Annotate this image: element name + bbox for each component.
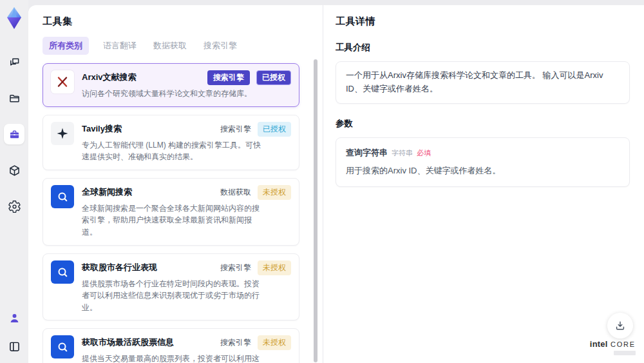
left-rail (0, 0, 28, 363)
tool-card[interactable]: Tavily搜索 搜索引擎 已授权 专为人工智能代理 (LLM) 构建的搜索引擎… (43, 115, 299, 170)
tool-description: 专为人工智能代理 (LLM) 构建的搜索引擎工具。可快速提供实时、准确和真实的结… (82, 139, 291, 163)
arxiv-tool-icon (51, 70, 74, 93)
tab-data-fetch[interactable]: 数据获取 (151, 37, 189, 55)
page-title: 工具集 (43, 15, 308, 28)
intel-core-logo: intel CORE (590, 338, 636, 355)
panel-toggle-icon[interactable] (4, 336, 24, 357)
tool-badges: 搜索引擎 已授权 (220, 122, 291, 137)
tools-list-panel: 工具集 所有类别 语言翻译 数据获取 搜索引擎 Arxiv文献搜索 搜索引擎 已… (28, 5, 323, 363)
details-title: 工具详情 (336, 15, 630, 28)
tool-title: Arxiv文献搜索 (82, 70, 202, 83)
tool-title: 全球新闻搜索 (82, 185, 215, 198)
rail-nav (4, 52, 24, 217)
tool-card-header: 全球新闻搜索 数据获取 未授权 (82, 185, 291, 200)
tool-title: Tavily搜索 (82, 122, 215, 135)
cube-icon[interactable] (4, 160, 24, 181)
news-tool-icon (51, 335, 74, 358)
tool-card-body: Arxiv文献搜索 搜索引擎 已授权 访问各个研究领域大量科学论文和文章的存储库… (82, 70, 291, 100)
core-logo-text: CORE (611, 340, 636, 348)
auth-status-badge: 未授权 (258, 260, 291, 275)
tool-card-body: Tavily搜索 搜索引擎 已授权 专为人工智能代理 (LLM) 构建的搜索引擎… (82, 122, 291, 163)
news-tool-icon (51, 185, 74, 208)
tavily-tool-icon (51, 122, 74, 145)
category-badge: 搜索引擎 (207, 70, 250, 85)
list-scrollbar[interactable] (314, 59, 317, 362)
parameter-header: 查询字符串 字符串 必填 (346, 146, 620, 160)
settings-gear-icon[interactable] (4, 196, 24, 217)
tool-details-panel: 工具详情 工具介绍 一个用于从Arxiv存储库搜索科学论文和文章的工具。 输入可… (323, 5, 644, 363)
auth-status-badge: 未授权 (258, 335, 291, 350)
chat-icon[interactable] (4, 52, 24, 72)
toolbox-icon[interactable] (4, 124, 24, 144)
tools-list: Arxiv文献搜索 搜索引擎 已授权 访问各个研究领域大量科学论文和文章的存储库… (43, 63, 308, 363)
parameter-description: 用于搜索的Arxiv ID、关键字或作者姓名。 (346, 164, 620, 178)
category-badge: 搜索引擎 (220, 335, 251, 350)
user-icon[interactable] (4, 308, 24, 328)
tool-badges: 搜索引擎 未授权 (220, 335, 291, 350)
tool-card-header: 获取市场最活跃股票信息 搜索引擎 未授权 (82, 335, 291, 350)
auth-status-badge: 已授权 (258, 122, 291, 137)
intro-box: 一个用于从Arxiv存储库搜索科学论文和文章的工具。 输入可以是Arxiv ID… (336, 61, 630, 104)
tool-card-header: Arxiv文献搜索 搜索引擎 已授权 (82, 70, 291, 85)
tool-description: 访问各个研究领域大量科学论文和文章的存储库。 (82, 88, 291, 100)
tab-search-engine[interactable]: 搜索引擎 (201, 37, 240, 55)
tool-badges: 搜索引擎 已授权 (207, 70, 291, 85)
category-tabs: 所有类别 语言翻译 数据获取 搜索引擎 (43, 37, 308, 55)
intro-text: 一个用于从Arxiv存储库搜索科学论文和文章的工具。 输入可以是Arxiv ID… (346, 70, 603, 93)
parameter-required-badge: 必填 (417, 148, 431, 159)
tool-card-header: 获取股市各行业表现 搜索引擎 未授权 (82, 260, 291, 275)
category-badge: 搜索引擎 (220, 260, 251, 275)
tool-badges: 数据获取 未授权 (220, 185, 291, 200)
tool-card-body: 获取市场最活跃股票信息 搜索引擎 未授权 提供当天交易量最高的股票列表，投资者可… (82, 335, 291, 363)
main-surface: 工具集 所有类别 语言翻译 数据获取 搜索引擎 Arxiv文献搜索 搜索引擎 已… (28, 5, 644, 363)
rail-bottom (0, 308, 28, 357)
tool-badges: 搜索引擎 未授权 (220, 260, 291, 275)
tool-card[interactable]: 获取市场最活跃股票信息 搜索引擎 未授权 提供当天交易量最高的股票列表，投资者可… (43, 328, 299, 363)
core-logo-subbadge (614, 351, 636, 355)
params-section-header: 参数 (336, 118, 630, 130)
tool-card[interactable]: Arxiv文献搜索 搜索引擎 已授权 访问各个研究领域大量科学论文和文章的存储库… (43, 63, 299, 107)
parameter-box: 查询字符串 字符串 必填 用于搜索的Arxiv ID、关键字或作者姓名。 (336, 137, 630, 188)
tab-language-translation[interactable]: 语言翻译 (100, 37, 139, 55)
tool-card[interactable]: 获取股市各行业表现 搜索引擎 未授权 提供股票市场各个行业在特定时间段内的表现。… (43, 253, 299, 321)
tab-all-categories[interactable]: 所有类别 (43, 37, 89, 55)
category-badge: 数据获取 (220, 185, 251, 200)
app-logo-icon (4, 6, 24, 30)
tool-title: 获取市场最活跃股票信息 (82, 335, 215, 348)
tool-description: 全球新闻搜索是一个聚合全球各大新闻网站内容的搜索引擎，帮助用户快速获取全球最新资… (82, 202, 291, 239)
parameter-name: 查询字符串 (346, 146, 388, 160)
auth-status-badge: 未授权 (258, 185, 291, 200)
parameter-type: 字符串 (392, 148, 413, 159)
tool-card-body: 获取股市各行业表现 搜索引擎 未授权 提供股票市场各个行业在特定时间段内的表现。… (82, 260, 291, 314)
tool-card[interactable]: 全球新闻搜索 数据获取 未授权 全球新闻搜索是一个聚合全球各大新闻网站内容的搜索… (43, 178, 299, 246)
tool-card-header: Tavily搜索 搜索引擎 已授权 (82, 122, 291, 137)
download-icon (614, 319, 627, 332)
folder-icon[interactable] (4, 88, 24, 108)
tool-description: 提供股票市场各个行业在特定时间段内的表现。投资者可以利用这些信息来识别表现优于或… (82, 278, 291, 314)
tool-description: 提供当天交易量最高的股票列表，投资者可以利用这些信息来识别流动性强的股票和潜在的… (82, 353, 291, 363)
tool-card-body: 全球新闻搜索 数据获取 未授权 全球新闻搜索是一个聚合全球各大新闻网站内容的搜索… (82, 185, 291, 239)
auth-status-badge: 已授权 (256, 70, 291, 85)
intel-logo-text: intel (590, 339, 608, 349)
download-button[interactable] (607, 313, 633, 338)
category-badge: 搜索引擎 (220, 122, 251, 137)
tool-title: 获取股市各行业表现 (82, 260, 215, 273)
intro-section-header: 工具介绍 (336, 42, 630, 54)
news-tool-icon (51, 260, 74, 284)
